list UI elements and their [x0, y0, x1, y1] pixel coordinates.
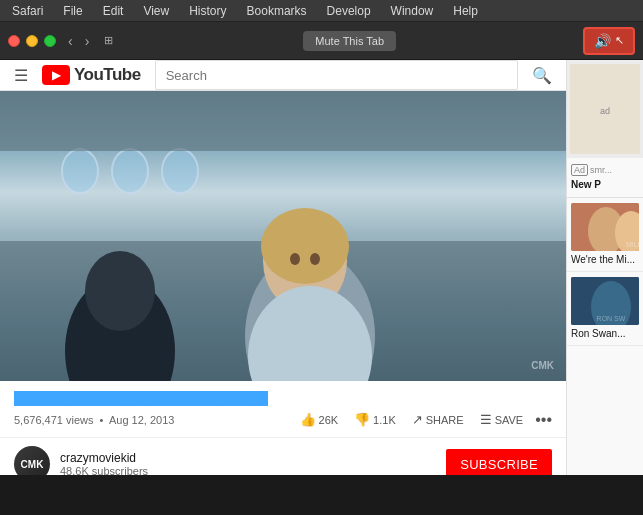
nav-buttons: ‹ › — [64, 31, 93, 51]
save-icon: ☰ — [480, 412, 492, 427]
channel-avatar: CMK — [14, 446, 50, 475]
menu-safari[interactable]: Safari — [8, 2, 47, 20]
svg-point-11 — [290, 253, 300, 265]
subscribe-button[interactable]: SUBSCRIBE — [446, 449, 552, 476]
youtube-logo[interactable]: ▶ YouTube — [42, 65, 141, 85]
forward-button[interactable]: › — [81, 31, 94, 51]
svg-rect-3 — [0, 91, 566, 151]
menu-history[interactable]: History — [185, 2, 230, 20]
sidebar-thumb-2-img: RON SW — [571, 277, 639, 325]
maximize-button[interactable] — [44, 35, 56, 47]
minimize-button[interactable] — [26, 35, 38, 47]
video-stats-row: We're the Millers Funniest Scenes/Lines … — [14, 391, 552, 406]
title-bar: ‹ › ⊞ Mute This Tab 🔊 ↖ — [0, 22, 643, 60]
video-watermark: CMK — [531, 360, 554, 371]
sidebar-thumb-1: MILLERS — [571, 203, 639, 251]
menu-view[interactable]: View — [139, 2, 173, 20]
dislike-button[interactable]: 👎 1.1K — [350, 410, 400, 429]
video-info: We're the Millers Funniest Scenes/Lines … — [0, 381, 566, 437]
youtube-logo-text: YouTube — [74, 65, 141, 85]
back-button[interactable]: ‹ — [64, 31, 77, 51]
sidebar-ad-top: ad — [567, 60, 643, 158]
like-button[interactable]: 👍 26K — [296, 410, 343, 429]
menu-help[interactable]: Help — [449, 2, 482, 20]
menu-file[interactable]: File — [59, 2, 86, 20]
sidebar: ad Ad smr... New P MILLERS We're the Mi. — [566, 60, 643, 475]
video-player[interactable]: CMK — [0, 91, 566, 381]
channel-name[interactable]: crazymoviekid — [60, 451, 436, 465]
main-content: ☰ ▶ YouTube 🔍 — [0, 60, 566, 475]
menu-develop[interactable]: Develop — [323, 2, 375, 20]
channel-subscribers: 48.6K subscribers — [60, 465, 436, 475]
sidebar-top-image: ad — [570, 64, 640, 154]
search-input[interactable] — [155, 60, 518, 90]
view-count: 5,676,471 views • Aug 12, 2013 — [14, 414, 174, 426]
hamburger-menu[interactable]: ☰ — [14, 66, 28, 85]
svg-point-2 — [162, 149, 198, 193]
menu-edit[interactable]: Edit — [99, 2, 128, 20]
svg-point-1 — [112, 149, 148, 193]
channel-row: CMK crazymoviekid 48.6K subscribers SUBS… — [0, 437, 566, 475]
youtube-header: ☰ ▶ YouTube 🔍 — [0, 60, 566, 91]
show-tabs-button[interactable]: ⊞ — [99, 32, 118, 49]
address-bar-container: Mute This Tab — [124, 31, 575, 51]
channel-info: crazymoviekid 48.6K subscribers — [60, 451, 436, 475]
youtube-logo-icon: ▶ — [42, 65, 70, 85]
speaker-icon: 🔊 — [594, 33, 611, 49]
sidebar-video-2-title: Ron Swan... — [571, 328, 639, 340]
svg-point-10 — [267, 241, 343, 281]
ad-badge: Ad — [571, 164, 588, 176]
video-stats-actions: 5,676,471 views • Aug 12, 2013 👍 26K 👎 1… — [14, 410, 552, 429]
sidebar-ad-text: Ad smr... New P — [567, 158, 643, 198]
menu-window[interactable]: Window — [387, 2, 438, 20]
traffic-lights — [8, 35, 56, 47]
thumbs-up-icon: 👍 — [300, 412, 316, 427]
ad-title: New P — [571, 179, 639, 191]
close-button[interactable] — [8, 35, 20, 47]
thumbs-down-icon: 👎 — [354, 412, 370, 427]
sidebar-thumb-2: RON SW — [571, 277, 639, 325]
menu-bookmarks[interactable]: Bookmarks — [243, 2, 311, 20]
sidebar-video-1-title: We're the Mi... — [571, 254, 639, 266]
mute-tab-button[interactable]: Mute This Tab — [303, 31, 396, 51]
title-bar-right: 🔊 ↖ — [583, 27, 635, 55]
share-icon: ↗ — [412, 412, 423, 427]
save-button[interactable]: ☰ SAVE — [476, 410, 528, 429]
youtube-page: ☰ ▶ YouTube 🔍 — [0, 60, 643, 475]
svg-text:MILLERS: MILLERS — [626, 241, 639, 248]
cursor-icon: ↖ — [615, 34, 624, 47]
svg-point-6 — [85, 251, 155, 331]
sidebar-thumb-1-img: MILLERS — [571, 203, 639, 251]
search-icon[interactable]: 🔍 — [532, 66, 552, 85]
macos-menu-bar: Safari File Edit View History Bookmarks … — [0, 0, 643, 22]
sidebar-video-2[interactable]: RON SW Ron Swan... — [567, 272, 643, 346]
share-button[interactable]: ↗ SHARE — [408, 410, 468, 429]
svg-point-0 — [62, 149, 98, 193]
more-options-button[interactable]: ••• — [535, 411, 552, 429]
video-actions: 👍 26K 👎 1.1K ↗ SHARE ☰ SAVE — [296, 410, 552, 429]
video-scene-svg — [0, 91, 566, 381]
speaker-highlight: 🔊 ↖ — [583, 27, 635, 55]
sidebar-video-1[interactable]: MILLERS We're the Mi... — [567, 198, 643, 272]
video-title: We're the Millers Funniest Scenes/Lines … — [14, 391, 544, 406]
svg-point-12 — [310, 253, 320, 265]
svg-text:ad: ad — [600, 106, 610, 116]
svg-text:RON SW: RON SW — [597, 315, 626, 322]
